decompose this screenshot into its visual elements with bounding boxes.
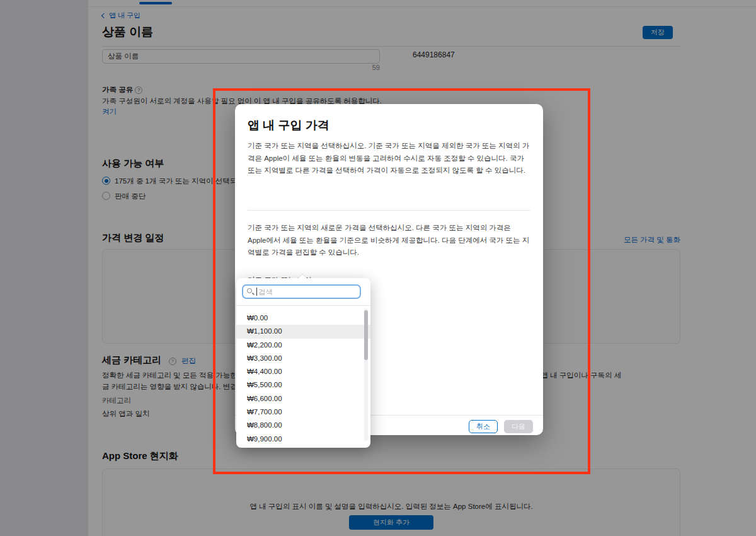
price-option[interactable]: ₩9,900.00 (236, 433, 370, 446)
price-option-list: ₩0.00₩1,100.00₩2,200.00₩3,300.00₩4,400.0… (236, 306, 370, 447)
price-option[interactable]: ₩4,400.00 (236, 365, 370, 378)
price-option[interactable]: ₩0.00 (236, 312, 370, 325)
search-icon (247, 288, 252, 293)
price-option[interactable]: ₩7,700.00 (236, 405, 370, 419)
cancel-button[interactable]: 취소 (469, 420, 498, 433)
price-intro-text: 기준 국가 또는 지역의 새로운 가격을 선택하십시오. 다른 국가 또는 지역… (248, 222, 530, 259)
screenshot-stage: 앱 내 구입 상품 이름 저장 6449186847 59 가족 공유 ? 가족… (0, 0, 756, 536)
modal-divider (248, 210, 530, 211)
dropdown-search (242, 284, 361, 299)
scrollbar-thumb[interactable] (364, 310, 368, 360)
price-option[interactable]: ₩2,200.00 (236, 339, 370, 352)
price-option[interactable]: ₩8,800.00 (236, 419, 370, 432)
price-dropdown: ₩0.00₩1,100.00₩2,200.00₩3,300.00₩4,400.0… (236, 278, 370, 448)
price-option[interactable]: ₩6,600.00 (236, 392, 370, 405)
text-cursor (256, 288, 257, 296)
next-button: 다음 (504, 420, 533, 433)
price-option[interactable]: ₩1,100.00 (236, 325, 370, 338)
modal-title: 앱 내 구입 가격 (248, 117, 329, 134)
price-option[interactable]: ₩3,300.00 (236, 352, 370, 365)
price-option[interactable]: ₩5,500.00 (236, 378, 370, 392)
search-input[interactable] (242, 284, 361, 299)
modal-intro-text: 기준 국가 또는 지역을 선택하십시오. 기준 국가 또는 지역을 제외한 국가… (248, 140, 530, 177)
